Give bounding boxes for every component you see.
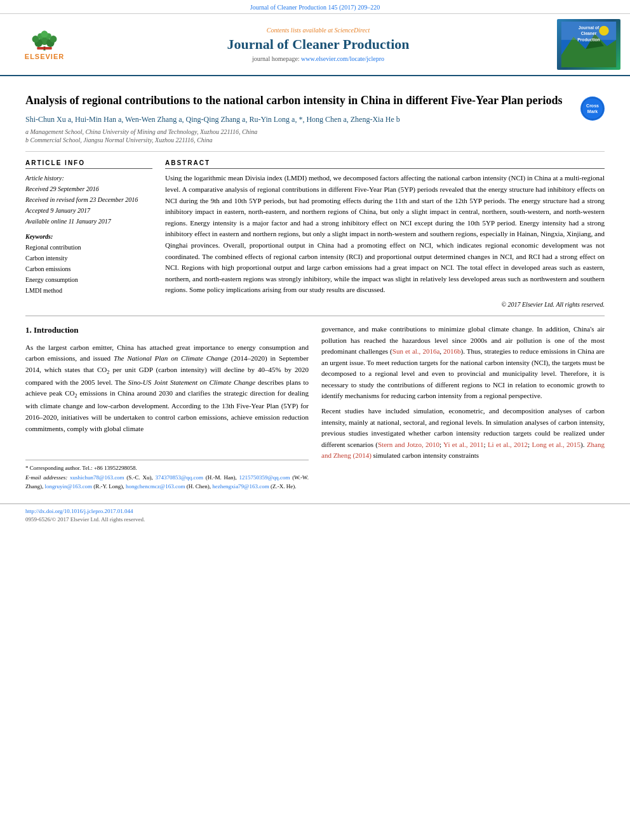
elsevier-logo-area: ELSEVIER (6, 19, 83, 70)
keyword-1: Regional contribution (25, 242, 152, 253)
received-date: Received 29 September 2016 (25, 183, 152, 194)
svg-text:Production: Production (577, 37, 600, 42)
abstract-label: ABSTRACT (165, 159, 605, 169)
article-info-col: ARTICLE INFO Article history: Received 2… (25, 159, 152, 308)
keyword-4: Energy consumption (25, 274, 152, 285)
intro-para-2: governance, and make contributions to mi… (321, 324, 605, 402)
email-xu[interactable]: xushichun78@163.com (70, 474, 124, 481)
keywords-section: Keywords: Regional contribution Carbon i… (25, 233, 152, 296)
main-content: Analysis of regional contributions to th… (0, 76, 630, 497)
intro-para-1: As the largest carbon emitter, China has… (25, 342, 309, 435)
doi-line: http://dx.doi.org/10.1016/j.jclepro.2017… (25, 508, 605, 514)
page-footer: http://dx.doi.org/10.1016/j.jclepro.2017… (0, 503, 630, 526)
authors-line: Shi-Chun Xu a, Hui-Min Han a, Wen-Wen Zh… (25, 114, 574, 126)
crossmark-area: Cross Mark (580, 97, 605, 121)
corresponding-note: * Corresponding author. Tel.: +86 139522… (25, 463, 309, 472)
emails-label: E-mail addresses: (25, 474, 67, 481)
abstract-text: Using the logarithmic mean Divisia index… (165, 173, 605, 296)
journal-header: ELSEVIER Contents lists available at Sci… (0, 14, 630, 76)
abstract-col: ABSTRACT Using the logarithmic mean Divi… (165, 159, 605, 308)
email-han[interactable]: 374370853@qq.com (156, 474, 204, 481)
revised-date: Received in revised form 23 December 201… (25, 194, 152, 205)
affiliation-b: b Commercial School, Jiangsu Normal Univ… (25, 137, 574, 143)
authors-text: Shi-Chun Xu a, Hui-Min Han a, Wen-Wen Zh… (25, 115, 400, 124)
svg-point-18 (599, 26, 608, 36)
ref-sun-2016b[interactable]: 2016b (443, 347, 461, 355)
email-chen[interactable]: hongchencmcz@163.com (126, 483, 185, 490)
cleaner-production-badge: Journal of Cleaner Production (557, 19, 620, 70)
badge-image: Journal of Cleaner Production (560, 22, 617, 67)
history-label: Article history: (25, 173, 152, 183)
article-history: Article history: Received 29 September 2… (25, 173, 152, 227)
section1-heading: 1. Introduction (25, 324, 309, 337)
available-date: Available online 11 January 2017 (25, 216, 152, 227)
svg-point-19 (582, 98, 603, 119)
issn-text: 0959-6526/© 2017 Elsevier Ltd. All right… (25, 516, 605, 523)
ref-long-2015[interactable]: Long et al., 2015 (532, 441, 580, 448)
info-abstract-section: ARTICLE INFO Article history: Received 2… (25, 159, 605, 308)
article-title-section: Analysis of regional contributions to th… (25, 83, 605, 152)
sciencedirect-name[interactable]: ScienceDirect (334, 27, 370, 34)
svg-point-8 (41, 30, 48, 37)
ref-yi-2011[interactable]: Yi et al., 2011 (443, 441, 483, 448)
body-section: 1. Introduction As the largest carbon em… (25, 324, 605, 491)
body-col-right: governance, and make contributions to mi… (321, 324, 605, 491)
article-info-label: ARTICLE INFO (25, 159, 152, 169)
keywords-label: Keywords: (25, 233, 152, 240)
ref-li-2012[interactable]: Li et al., 2012 (488, 441, 528, 448)
journal-ref-text: Journal of Cleaner Production 145 (2017)… (250, 4, 380, 11)
journal-title: Journal of Cleaner Production (227, 36, 409, 53)
elsevier-text: ELSEVIER (25, 53, 64, 60)
section-divider (25, 316, 605, 316)
crossmark-badge[interactable]: Cross Mark (580, 97, 605, 121)
email-label-line: E-mail addresses: xushichun78@163.com (S… (25, 473, 309, 491)
footnotes-area: * Corresponding author. Tel.: +86 139522… (25, 460, 309, 491)
ref-stern-jotzo[interactable]: Stern and Jotzo, 2010 (378, 441, 439, 448)
email-long[interactable]: longruyin@163.com (45, 483, 93, 490)
ref-sun-2016a[interactable]: Sun et al., 2016a (392, 347, 440, 355)
journal-reference-bar: Journal of Cleaner Production 145 (2017)… (0, 0, 630, 14)
intro-para-3: Recent studies have included simulation,… (321, 406, 605, 462)
sciencedirect-line: Contents lists available at ScienceDirec… (267, 27, 370, 34)
email-zhang[interactable]: 1215750359@qq.com (239, 474, 290, 481)
elsevier-tree-icon (29, 29, 60, 51)
keyword-5: LMDI method (25, 285, 152, 296)
accepted-date: Accepted 9 January 2017 (25, 205, 152, 216)
keyword-3: Carbon emissions (25, 263, 152, 274)
article-title: Analysis of regional contributions to th… (25, 93, 574, 109)
svg-text:Cleaner: Cleaner (581, 31, 597, 36)
header-right: Journal of Cleaner Production (554, 19, 624, 70)
crossmark-icon: Cross Mark (581, 97, 604, 120)
svg-text:Mark: Mark (587, 109, 598, 114)
elsevier-brand: ELSEVIER (25, 29, 64, 60)
keyword-2: Carbon intensity (25, 253, 152, 263)
svg-text:Cross: Cross (586, 103, 599, 108)
header-center: Contents lists available at ScienceDirec… (88, 19, 549, 70)
svg-text:Journal of: Journal of (579, 25, 600, 30)
doi-link[interactable]: http://dx.doi.org/10.1016/j.jclepro.2017… (25, 508, 133, 514)
email-he[interactable]: hezhengxia79@163.com (212, 483, 269, 490)
body-col-left: 1. Introduction As the largest carbon em… (25, 324, 309, 491)
emails-text: xushichun78@163.com (S.-C. Xu), 37437085… (25, 474, 309, 490)
homepage-url[interactable]: www.elsevier.com/locate/jclepro (301, 55, 384, 62)
copyright-text: © 2017 Elsevier Ltd. All rights reserved… (165, 301, 605, 308)
affiliation-a: a Management School, China University of… (25, 128, 574, 135)
journal-homepage: journal homepage: www.elsevier.com/locat… (252, 55, 384, 62)
